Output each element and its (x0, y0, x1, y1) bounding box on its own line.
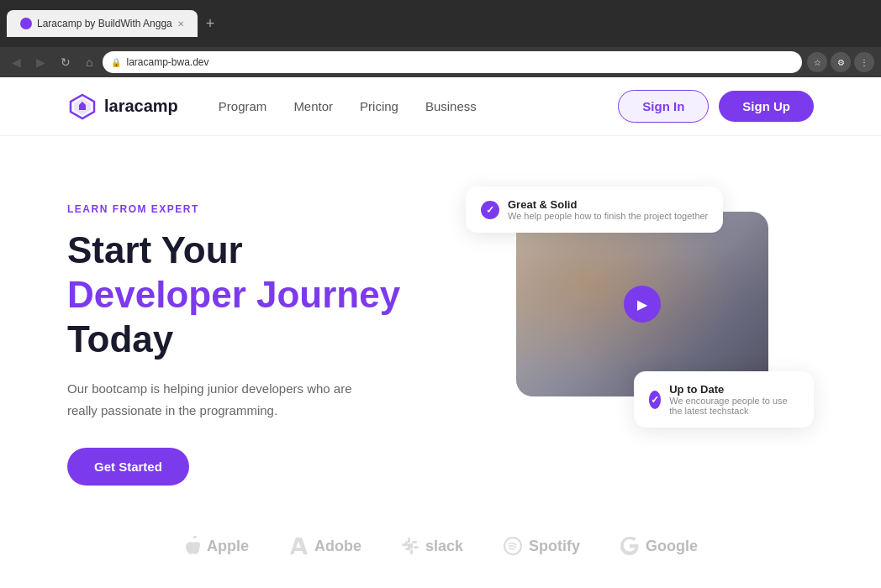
apple-label: Apple (207, 538, 249, 555)
badge-check-icon-2: ✓ (649, 391, 661, 409)
address-bar[interactable]: 🔒 laracamp-bwa.dev (103, 51, 802, 73)
home-button[interactable]: ⌂ (81, 52, 98, 72)
svg-rect-7 (412, 541, 417, 543)
tab-title: Laracamp by BuildWith Angga (37, 18, 172, 29)
svg-rect-4 (410, 549, 413, 554)
browser-nav: ◀ ▶ ↻ ⌂ 🔒 laracamp-bwa.dev ☆ ⚙ ⋮ (0, 47, 881, 77)
logo-text: laracamp (104, 97, 178, 116)
adobe-icon (289, 537, 308, 555)
great-solid-badge: ✓ Great & Solid We help people how to fi… (466, 186, 723, 233)
reload-button[interactable]: ↻ (55, 52, 76, 72)
logo-icon (67, 92, 98, 122)
website-content: laracamp Program Mentor Pricing Business… (0, 77, 881, 588)
site-navbar: laracamp Program Mentor Pricing Business… (0, 77, 881, 136)
nav-links: Program Mentor Pricing Business (219, 99, 618, 114)
menu-button[interactable]: ⋮ (854, 52, 874, 72)
badge-title: Great & Solid (508, 198, 708, 211)
address-text: laracamp-bwa.dev (126, 56, 208, 68)
bookmark-button[interactable]: ☆ (807, 52, 827, 72)
get-started-button[interactable]: Get Started (67, 448, 189, 486)
hero-right: ✓ Great & Solid We help people how to fi… (466, 186, 814, 438)
badge-check-icon: ✓ (481, 201, 499, 219)
badge-content: Great & Solid We help people how to fini… (508, 198, 708, 221)
extensions-button[interactable]: ⚙ (831, 52, 851, 72)
hero-left: LEARN FROM EXPERT Start Your Developer J… (67, 186, 415, 486)
hero-title-plain: Start Your (67, 229, 243, 270)
logo-link[interactable]: laracamp (67, 92, 178, 122)
google-icon (620, 537, 639, 555)
svg-rect-3 (414, 546, 419, 549)
new-tab-button[interactable]: + (201, 15, 220, 33)
logo-adobe: Adobe (289, 537, 361, 555)
forward-button[interactable]: ▶ (31, 52, 50, 72)
hero-section: LEARN FROM EXPERT Start Your Developer J… (0, 136, 881, 519)
up-to-date-badge: ✓ Up to Date We encourage people to use … (634, 371, 814, 428)
slack-label: slack (425, 538, 463, 555)
badge-subtitle: We help people how to finish the project… (508, 211, 708, 221)
nav-business[interactable]: Business (425, 99, 477, 113)
nav-mentor[interactable]: Mentor (293, 99, 333, 113)
google-label: Google (646, 538, 698, 555)
signup-button[interactable]: Sign Up (719, 91, 814, 122)
badge-content-2: Up to Date We encourage people to use th… (669, 383, 799, 416)
hero-title-highlight: Developer Journey (67, 274, 400, 315)
active-tab[interactable]: Laracamp by BuildWith Angga ✕ (7, 10, 198, 37)
apple-icon (183, 536, 200, 556)
video-thumbnail: ▶ (516, 212, 768, 396)
hero-label: LEARN FROM EXPERT (67, 203, 415, 215)
lock-icon: 🔒 (111, 58, 121, 67)
spotify-label: Spotify (529, 538, 580, 555)
adobe-label: Adobe (314, 538, 361, 555)
logo-google: Google (620, 537, 698, 555)
svg-rect-5 (405, 541, 408, 546)
hero-video[interactable]: ▶ (516, 212, 768, 396)
logo-spotify: Spotify (504, 537, 580, 555)
nav-actions: Sign In Sign Up (618, 90, 814, 123)
slack-icon (402, 538, 419, 554)
play-button[interactable]: ▶ (624, 286, 661, 323)
svg-rect-1 (408, 538, 410, 543)
hero-description: Our bootcamp is helping junior developer… (67, 378, 353, 421)
tab-close-button[interactable]: ✕ (177, 19, 184, 29)
spotify-icon (504, 537, 522, 555)
browser-chrome: Laracamp by BuildWith Angga ✕ + (0, 0, 881, 47)
badge-title-2: Up to Date (669, 383, 799, 396)
badge-subtitle-2: We encourage people to use the latest te… (669, 396, 799, 416)
tab-favicon (20, 18, 32, 29)
logos-section: Apple Adobe slack (0, 519, 881, 588)
hero-title-suffix: Today (67, 318, 173, 360)
svg-rect-6 (405, 548, 410, 550)
logo-apple: Apple (183, 536, 249, 556)
browser-action-buttons: ☆ ⚙ ⋮ (807, 52, 874, 72)
browser-tabs: Laracamp by BuildWith Angga ✕ + (7, 10, 874, 37)
back-button[interactable]: ◀ (7, 52, 26, 72)
signin-button[interactable]: Sign In (618, 90, 709, 123)
nav-pricing[interactable]: Pricing (360, 99, 398, 113)
hero-title: Start Your Developer Journey Today (67, 228, 415, 361)
logo-slack: slack (402, 538, 463, 555)
nav-program[interactable]: Program (219, 99, 267, 113)
